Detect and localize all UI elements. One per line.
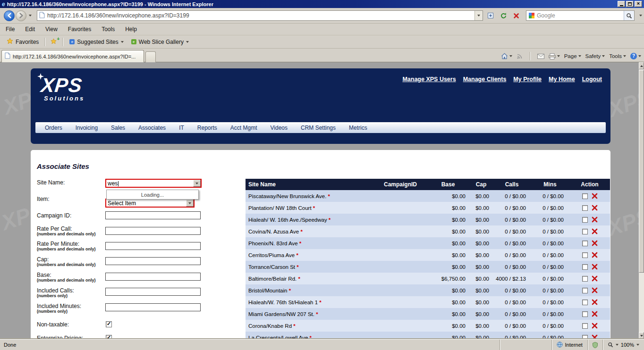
feeds-icon[interactable] (517, 53, 523, 59)
home-button[interactable] (501, 53, 512, 59)
menu-favorites[interactable]: Favorites (68, 26, 91, 33)
delete-icon[interactable] (592, 217, 598, 223)
title-bar[interactable]: e http://172.16.4.186/360new/invoicephon… (0, 0, 644, 8)
rate-per-minute-field[interactable] (105, 242, 201, 250)
back-button[interactable] (4, 10, 15, 21)
delete-icon[interactable] (592, 264, 598, 270)
row-select-checkbox[interactable] (582, 335, 588, 340)
menu-help[interactable]: Help (125, 26, 137, 33)
row-select-checkbox[interactable] (582, 252, 588, 258)
nav-crm-settings[interactable]: CRM Settings (301, 125, 336, 131)
read-mail-icon[interactable] (537, 54, 544, 59)
minimize-button[interactable] (618, 1, 625, 7)
menu-file[interactable]: File (6, 26, 15, 33)
menu-view[interactable]: View (45, 26, 58, 33)
add-to-favorites-button[interactable]: + (48, 37, 59, 47)
nav-orders[interactable]: Orders (45, 125, 62, 131)
row-select-checkbox[interactable] (582, 323, 588, 329)
nav-reports[interactable]: Reports (197, 125, 217, 131)
delete-icon[interactable] (592, 334, 598, 339)
action-cell (569, 299, 610, 305)
row-select-checkbox[interactable] (582, 288, 588, 293)
included-calls-field[interactable] (105, 288, 201, 296)
row-select-checkbox[interactable] (582, 193, 588, 199)
tools-menu[interactable]: Tools (609, 53, 626, 59)
row-select-checkbox[interactable] (582, 276, 588, 282)
star-icon (7, 38, 13, 46)
row-select-checkbox[interactable] (582, 217, 588, 223)
address-url[interactable]: http://172.16.4.186/360new/invoicephone.… (47, 12, 475, 19)
row-select-checkbox[interactable] (582, 241, 588, 246)
site-name-dropdown-button[interactable] (193, 180, 201, 187)
address-dropdown-button[interactable] (475, 11, 483, 20)
maximize-button[interactable] (626, 1, 634, 7)
campaign-id-field[interactable] (105, 211, 201, 219)
nav-it[interactable]: IT (179, 125, 184, 131)
row-select-checkbox[interactable] (582, 300, 588, 305)
nav-metrics[interactable]: Metrics (349, 125, 367, 131)
refresh-button[interactable] (498, 10, 508, 21)
delete-icon[interactable] (592, 252, 598, 258)
stop-button[interactable] (511, 10, 521, 21)
delete-icon[interactable] (592, 193, 598, 199)
nav-associates[interactable]: Associates (138, 125, 166, 131)
link-my-profile[interactable]: My Profile (513, 76, 542, 83)
delete-icon[interactable] (592, 240, 598, 246)
address-bar[interactable]: http://172.16.4.186/360new/invoicephone.… (37, 10, 483, 21)
link-logout[interactable]: Logout (582, 76, 602, 83)
vertical-scrollbar[interactable] (639, 62, 644, 339)
favorites-item-web-slice-gallery[interactable]: eWeb Slice Gallery (127, 37, 193, 47)
safety-menu[interactable]: Safety (585, 53, 605, 59)
row-select-checkbox[interactable] (582, 229, 588, 234)
nav-acct-mgmt[interactable]: Acct Mgmt (230, 125, 257, 131)
link-manage-xps-users[interactable]: Manage XPS Users (402, 76, 456, 83)
delete-icon[interactable] (592, 205, 598, 211)
link-my-home[interactable]: My Home (549, 76, 575, 83)
scroll-up-button[interactable] (639, 62, 644, 69)
menu-tools[interactable]: Tools (102, 26, 115, 33)
nav-invoicing[interactable]: Invoicing (76, 125, 98, 131)
rate-per-call-field[interactable] (105, 227, 201, 235)
site-name-combobox[interactable]: wes (105, 179, 202, 188)
scrollbar-thumb[interactable] (639, 70, 644, 273)
item-select[interactable]: Select Item (105, 199, 195, 208)
tab-current[interactable]: http://172.16.4.186/360new/invoicephone.… (1, 50, 144, 62)
search-input[interactable]: Google (537, 12, 624, 19)
nav-sales[interactable]: Sales (111, 125, 125, 131)
zoom-control[interactable]: 100% (602, 340, 644, 350)
print-button[interactable] (549, 53, 560, 59)
forward-button[interactable] (16, 10, 26, 21)
cap-cell: $0.00 (469, 311, 493, 317)
favorites-item-suggested-sites[interactable]: eSuggested Sites (66, 37, 127, 47)
enterprize-pricing-checkbox[interactable]: ✓ (106, 335, 112, 339)
delete-icon[interactable] (592, 275, 598, 282)
help-button[interactable]: ? (630, 53, 641, 59)
new-tab-button[interactable] (145, 51, 156, 62)
row-select-checkbox[interactable] (582, 205, 588, 211)
favorites-button[interactable]: Favorites (4, 36, 42, 47)
delete-icon[interactable] (592, 311, 598, 317)
delete-icon[interactable] (592, 228, 598, 234)
included-minutes-field[interactable] (105, 303, 201, 311)
row-select-checkbox[interactable] (582, 264, 588, 270)
nav-videos[interactable]: Videos (271, 125, 288, 131)
item-dropdown-button[interactable] (186, 200, 194, 207)
recent-pages-dropdown[interactable] (27, 13, 33, 18)
close-button[interactable]: × (635, 1, 642, 7)
search-box[interactable]: Google (526, 10, 635, 21)
menu-edit[interactable]: Edit (25, 26, 35, 33)
delete-icon[interactable] (592, 323, 598, 329)
cap-field[interactable] (105, 257, 201, 265)
page-menu[interactable]: Page (564, 53, 581, 59)
delete-icon[interactable] (592, 287, 598, 293)
link-manage-clients[interactable]: Manage Clients (463, 76, 507, 83)
scroll-down-button[interactable] (639, 332, 644, 339)
non-taxable-checkbox[interactable]: ✓ (106, 321, 112, 327)
delete-icon[interactable] (592, 299, 598, 305)
base-field[interactable] (105, 273, 201, 281)
search-button[interactable] (624, 11, 634, 20)
row-select-checkbox[interactable] (582, 311, 588, 317)
compatibility-view-icon[interactable] (485, 10, 496, 21)
zoom-level[interactable]: 100% (621, 342, 634, 348)
search-options-dropdown[interactable] (637, 13, 644, 18)
